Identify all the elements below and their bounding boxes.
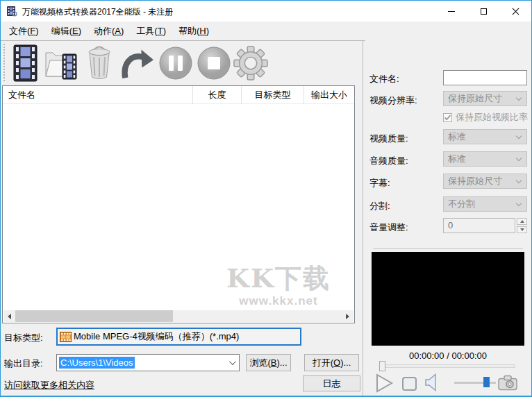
- menu-bar: 文件(F) 编辑(E) 动作(A) 工具(T) 帮助(H): [1, 22, 531, 40]
- video-quality-value: 标准: [448, 131, 466, 142]
- menu-file[interactable]: 文件(F): [3, 22, 45, 40]
- output-dir-combobox[interactable]: C:\Users\1\Videos: [56, 354, 240, 371]
- menu-action[interactable]: 动作(A): [88, 22, 130, 40]
- column-header-length[interactable]: 长度: [192, 86, 241, 104]
- scroll-left-arrow-icon[interactable]: [3, 310, 15, 322]
- video-quality-label: 视频质量:: [369, 133, 408, 145]
- watermark: KK下载 www.kkx.net: [226, 265, 331, 308]
- chevron-down-icon: [516, 155, 522, 161]
- add-folder-button[interactable]: [44, 43, 78, 83]
- split-dropdown[interactable]: 不分割: [443, 196, 527, 212]
- filename-label: 文件名:: [369, 73, 399, 85]
- seek-slider-thumb[interactable]: [379, 361, 385, 371]
- minimize-icon: [448, 11, 455, 12]
- chevron-down-icon: [516, 95, 522, 101]
- subtitle-label: 字幕:: [369, 177, 390, 189]
- playback-time: 00:00:00 / 00:00:00: [363, 350, 532, 361]
- pause-button[interactable]: [158, 43, 193, 83]
- delete-trash-icon: [83, 44, 115, 82]
- target-type-label: 目标类型:: [4, 332, 43, 344]
- watermark-url: www.kkx.net: [226, 294, 331, 308]
- snapshot-button[interactable]: [498, 375, 517, 393]
- delete-button[interactable]: [82, 43, 117, 83]
- chevron-down-icon: [516, 201, 522, 206]
- pause-icon: [158, 46, 193, 81]
- volume-spinbox[interactable]: 0: [443, 218, 515, 233]
- arrow-down-icon: [520, 228, 524, 231]
- add-file-button[interactable]: [8, 43, 43, 83]
- maximize-button[interactable]: [467, 1, 499, 22]
- menu-edit[interactable]: 编辑(E): [45, 22, 88, 40]
- stop-button[interactable]: [197, 43, 231, 83]
- title-bar: 万能视频格式转换器2017全能版 - 未注册: [1, 1, 531, 22]
- volume-label: 音量调整:: [369, 221, 408, 234]
- output-dir-value: C:\Users\1\Videos: [59, 357, 135, 369]
- mp4-film-icon: [60, 332, 72, 342]
- subtitle-value: 保持原始尺寸: [448, 176, 502, 186]
- resolution-label: 视频分辨率:: [369, 94, 417, 107]
- seek-slider[interactable]: [379, 364, 515, 368]
- open-button[interactable]: 打开(O)...: [304, 354, 359, 371]
- column-header-filename[interactable]: 文件名: [3, 86, 192, 104]
- more-content-link[interactable]: 访问获取更多相关内容: [4, 379, 94, 391]
- close-button[interactable]: [499, 1, 531, 22]
- keep-ratio-checkbox[interactable]: [443, 113, 452, 122]
- audio-quality-value: 标准: [448, 153, 466, 164]
- player-stop-button[interactable]: [401, 376, 417, 394]
- browse-button[interactable]: 浏览(B)...: [246, 354, 291, 371]
- stop-icon: [401, 376, 417, 391]
- minimize-button[interactable]: [435, 1, 467, 22]
- app-window: 万能视频格式转换器2017全能版 - 未注册 文件(F) 编辑(E) 动作(A)…: [0, 0, 532, 397]
- resolution-value: 保持原始尺寸: [448, 93, 502, 103]
- split-label: 分割:: [369, 200, 390, 212]
- volume-slider-thumb[interactable]: [483, 377, 490, 387]
- target-type-value: Mobile MPEG-4视频编码（推荐）(*.mp4): [74, 330, 239, 343]
- stop-icon: [197, 46, 231, 81]
- volume-slider[interactable]: [454, 382, 496, 384]
- video-preview: [372, 252, 524, 346]
- convert-button[interactable]: [119, 43, 153, 83]
- convert-arrow-icon: [119, 44, 153, 82]
- target-type-combo[interactable]: Mobile MPEG-4视频编码（推荐）(*.mp4): [56, 328, 301, 346]
- spin-up-button[interactable]: [517, 218, 527, 225]
- mute-button[interactable]: [424, 373, 438, 394]
- settings-gear-icon: [233, 45, 268, 81]
- video-quality-dropdown[interactable]: 标准: [443, 129, 527, 144]
- preview-separator: [373, 248, 523, 249]
- watermark-text: KK下载: [226, 265, 331, 292]
- subtitle-dropdown[interactable]: 保持原始尺寸: [443, 174, 527, 189]
- panel-divider: [363, 40, 363, 396]
- split-value: 不分割: [448, 198, 475, 209]
- horizontal-scrollbar[interactable]: [3, 310, 354, 322]
- file-list: 文件名 长度 目标类型 输出大小 KK下载 www.kkx.net: [2, 85, 355, 323]
- audio-quality-label: 音频质量:: [369, 155, 408, 167]
- toolbar-gripper[interactable]: [3, 44, 5, 81]
- speaker-icon: [424, 373, 438, 391]
- add-folder-icon: [44, 44, 78, 82]
- resolution-dropdown[interactable]: 保持原始尺寸: [443, 91, 527, 106]
- chevron-down-icon[interactable]: [229, 358, 236, 365]
- toolbar: [1, 41, 363, 85]
- log-button[interactable]: 日志: [303, 375, 360, 391]
- maximize-icon: [481, 8, 487, 15]
- chevron-down-icon: [516, 133, 522, 139]
- play-button[interactable]: [374, 373, 394, 395]
- play-icon: [374, 373, 394, 393]
- keep-ratio-row: 保持原始视频比率: [443, 111, 528, 124]
- spin-down-button[interactable]: [517, 226, 527, 233]
- snapshot-camera-icon: [498, 375, 517, 391]
- column-header-target-type[interactable]: 目标类型: [241, 86, 304, 104]
- audio-quality-dropdown[interactable]: 标准: [443, 151, 527, 167]
- scroll-right-arrow-icon[interactable]: [342, 310, 354, 322]
- column-header-output-size[interactable]: 输出大小: [304, 86, 354, 104]
- app-icon: [6, 6, 17, 19]
- filename-input[interactable]: [443, 70, 527, 85]
- add-file-film-icon: [12, 44, 40, 82]
- menu-tools[interactable]: 工具(T): [130, 22, 172, 40]
- settings-button[interactable]: [233, 43, 268, 83]
- window-controls: [435, 1, 531, 22]
- output-dir-label: 输出目录:: [4, 357, 43, 370]
- menu-help[interactable]: 帮助(H): [172, 22, 215, 40]
- scrollbar-thumb[interactable]: [15, 310, 173, 322]
- volume-spin-buttons: [517, 218, 527, 233]
